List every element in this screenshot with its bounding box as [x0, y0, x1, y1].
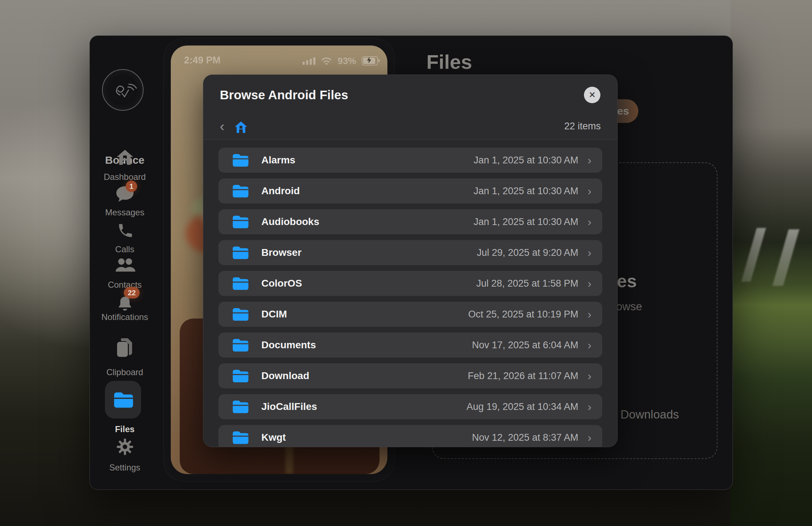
folder-icon: [232, 184, 248, 198]
sidebar-item-files-label[interactable]: Files: [90, 424, 160, 434]
sidebar-item-clipboard[interactable]: [90, 338, 160, 358]
folder-row[interactable]: JioCallFiles Aug 19, 2025 at 10:34 AM ›: [218, 394, 602, 419]
signal-strength-icon: [303, 57, 315, 65]
bounce-app-window: Bounce Dashboard 1 Messages Calls: [90, 35, 733, 490]
people-icon: [114, 257, 136, 274]
folder-icon: [232, 277, 248, 290]
folder-name: Android: [261, 185, 300, 197]
dialog-title: Browse Android Files: [220, 88, 348, 102]
folder-row[interactable]: DCIM Oct 25, 2025 at 10:19 PM ›: [218, 302, 602, 327]
wallpaper-forest-strip: [730, 0, 812, 526]
browse-android-files-dialog: Browse Android Files ✕ ‹ 22 items Alarms…: [203, 75, 618, 447]
sidebar-item-contacts[interactable]: [90, 257, 160, 274]
folder-name: ColorOS: [261, 278, 302, 289]
folder-date: Oct 25, 2025 at 10:19 PM: [468, 309, 579, 320]
close-button[interactable]: ✕: [584, 87, 600, 103]
sidebar-item-calls-label[interactable]: Calls: [90, 244, 160, 254]
battery-percent-label: 93%: [338, 56, 356, 67]
folder-date: Jan 1, 2025 at 10:30 AM: [474, 155, 579, 166]
back-button[interactable]: ‹: [220, 118, 224, 135]
sidebar-item-settings[interactable]: [90, 438, 160, 456]
folder-list[interactable]: Alarms Jan 1, 2025 at 10:30 AM › Android…: [203, 140, 617, 447]
folder-icon: [232, 215, 248, 229]
sidebar-item-messages[interactable]: [90, 186, 160, 203]
browse-files-button-label: es: [617, 105, 629, 117]
folder-row[interactable]: Download Feb 21, 2026 at 11:07 AM ›: [218, 363, 602, 388]
sidebar-item-calls[interactable]: [90, 222, 160, 239]
gear-icon: [116, 438, 134, 456]
home-icon: [116, 149, 134, 166]
bell-icon: [116, 295, 134, 312]
chevron-right-icon: ›: [588, 216, 591, 228]
chevron-right-icon: ›: [588, 370, 591, 382]
chevron-right-icon: ›: [588, 247, 591, 258]
clipboard-copy-icon: [116, 338, 134, 358]
close-icon: ✕: [589, 90, 596, 100]
folder-name: Documents: [261, 339, 316, 351]
folder-name: DCIM: [261, 309, 287, 320]
sidebar-item-dashboard-label[interactable]: Dashboard: [90, 172, 160, 182]
folder-icon: [232, 153, 248, 167]
sidebar-item-messages-label[interactable]: Messages: [90, 207, 160, 217]
folder-name: Audiobooks: [261, 216, 319, 228]
chevron-right-icon: ›: [588, 339, 591, 351]
folder-name: Download: [261, 370, 309, 382]
sidebar-item-contacts-label[interactable]: Contacts: [90, 280, 160, 290]
sidebar-item-notifications[interactable]: [90, 295, 160, 312]
folder-row[interactable]: Browser Jul 29, 2025 at 9:20 AM ›: [218, 240, 602, 265]
folder-date: Jan 1, 2025 at 10:30 AM: [474, 216, 579, 228]
sidebar-item-dashboard[interactable]: [90, 149, 160, 166]
folder-name: Browser: [261, 247, 301, 258]
chevron-right-icon: ›: [588, 154, 591, 166]
bounce-logo-icon: [108, 75, 138, 105]
folder-icon: [113, 392, 133, 408]
sidebar-item-clipboard-label[interactable]: Clipboard: [90, 367, 160, 377]
phone-status-icons: 93%: [303, 55, 378, 67]
phone-icon: [117, 222, 133, 239]
folder-date: Jan 1, 2025 at 10:30 AM: [474, 186, 579, 197]
folder-date: Nov 12, 2025 at 8:37 AM: [472, 432, 578, 443]
phone-status-bar: 2:49 PM 93%: [171, 55, 387, 67]
folder-date: Jul 28, 2025 at 1:58 PM: [476, 278, 578, 289]
folder-row[interactable]: Android Jan 1, 2025 at 10:30 AM ›: [218, 178, 602, 204]
folder-row[interactable]: Audiobooks Jan 1, 2025 at 10:30 AM ›: [218, 209, 602, 234]
chevron-right-icon: ›: [588, 401, 591, 412]
folder-row[interactable]: Alarms Jan 1, 2025 at 10:30 AM ›: [218, 148, 602, 173]
folder-icon: [232, 338, 248, 352]
folder-icon: [232, 369, 248, 383]
chevron-right-icon: ›: [588, 278, 591, 289]
empty-state-subtitle-fragment: owse: [616, 300, 642, 313]
chevron-right-icon: ›: [588, 185, 591, 197]
chevron-right-icon: ›: [588, 309, 591, 320]
empty-state-heading-fragment: es: [617, 271, 637, 292]
folder-icon: [232, 431, 248, 444]
folder-icon: [232, 307, 248, 321]
folder-date: Jul 29, 2025 at 9:20 AM: [477, 247, 579, 258]
wifi-icon: [321, 57, 332, 65]
battery-icon: [362, 56, 378, 66]
sidebar-item-files[interactable]: [105, 381, 141, 419]
home-button[interactable]: [234, 121, 248, 134]
chevron-right-icon: ›: [588, 432, 591, 443]
waterfall-streak: [741, 228, 766, 282]
folder-date: Nov 17, 2025 at 6:04 AM: [472, 340, 578, 351]
folder-name: Kwgt: [261, 432, 286, 443]
phone-clock: 2:49 PM: [184, 55, 221, 66]
folder-row[interactable]: Documents Nov 17, 2025 at 6:04 AM ›: [218, 333, 602, 358]
waterfall-streak: [772, 229, 799, 286]
downloads-label: Downloads: [620, 408, 679, 421]
item-count-label: 22 items: [564, 121, 601, 132]
sidebar: Bounce Dashboard 1 Messages Calls: [90, 36, 160, 489]
sidebar-item-notifications-label[interactable]: Notifications: [90, 312, 160, 322]
dialog-toolbar: ‹ 22 items: [203, 116, 617, 140]
folder-icon: [232, 400, 248, 413]
folder-row[interactable]: ColorOS Jul 28, 2025 at 1:58 PM ›: [218, 271, 602, 296]
sidebar-item-settings-label[interactable]: Settings: [90, 463, 160, 473]
bounce-logo: [102, 69, 144, 111]
folder-name: Alarms: [261, 154, 295, 166]
folder-row[interactable]: Kwgt Nov 12, 2025 at 8:37 AM ›: [218, 425, 602, 447]
page-title: Files: [426, 50, 472, 73]
charging-bolt-icon: [367, 57, 372, 63]
messages-badge: 1: [126, 181, 137, 192]
folder-icon: [232, 246, 248, 259]
